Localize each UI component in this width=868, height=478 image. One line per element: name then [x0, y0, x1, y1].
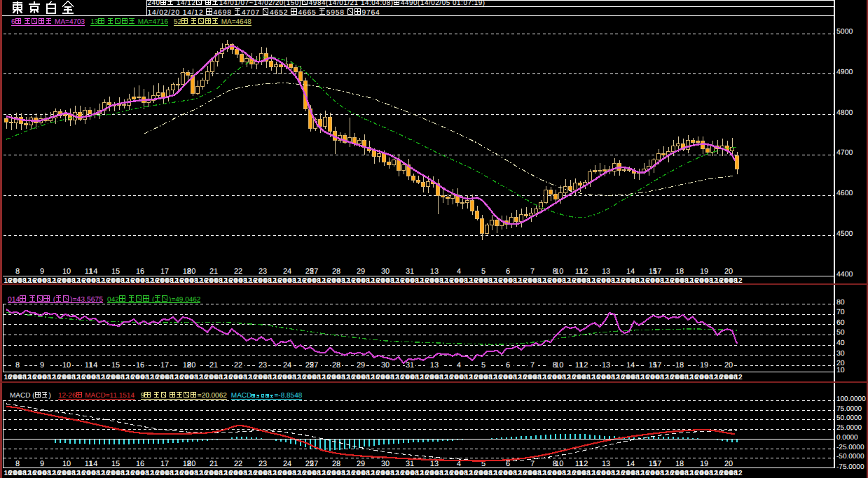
- svg-text:1620000812: 1620000812: [544, 277, 572, 285]
- svg-text:1620000812: 1620000812: [519, 277, 547, 285]
- svg-text:1620000812: 1620000812: [200, 277, 228, 285]
- svg-text:24: 24: [283, 361, 291, 370]
- svg-text:5958: 5958: [326, 9, 347, 17]
- svg-text:MA=4703: MA=4703: [53, 18, 85, 26]
- svg-text:=-8.8548: =-8.8548: [275, 392, 303, 400]
- svg-text:5: 5: [481, 267, 485, 276]
- svg-text:MACD: MACD: [231, 392, 252, 400]
- svg-text:1620000812: 1620000812: [102, 374, 130, 381]
- svg-text:1620000812: 1620000812: [642, 470, 670, 477]
- svg-text:24: 24: [283, 460, 291, 468]
- svg-text:75.0000: 75.0000: [836, 405, 862, 413]
- svg-text:)=49.0462: )=49.0462: [169, 296, 201, 304]
- svg-text:22: 22: [234, 267, 242, 276]
- svg-text:1620000812: 1620000812: [568, 277, 596, 285]
- svg-text:1620000812: 1620000812: [323, 470, 351, 477]
- svg-text:1620000812: 1620000812: [102, 470, 130, 477]
- svg-text:31: 31: [406, 361, 414, 370]
- svg-text:17: 17: [653, 460, 661, 468]
- svg-text:MACD=11.1514: MACD=11.1514: [83, 392, 135, 400]
- svg-text:4652: 4652: [270, 9, 291, 17]
- svg-text:13: 13: [602, 460, 610, 468]
- svg-text:1620000812: 1620000812: [4, 470, 32, 477]
- svg-text:8: 8: [15, 361, 20, 370]
- svg-text:1620000812: 1620000812: [372, 470, 400, 477]
- svg-text:20: 20: [187, 267, 195, 276]
- svg-text:1620000812: 1620000812: [102, 277, 130, 285]
- svg-text:1620000812: 1620000812: [470, 277, 498, 285]
- svg-text:1620000812: 1620000812: [53, 277, 81, 285]
- svg-text:1620000812: 1620000812: [715, 277, 743, 285]
- svg-text:24: 24: [283, 267, 291, 276]
- svg-text:28: 28: [332, 267, 340, 276]
- svg-text:1620000812: 1620000812: [593, 470, 621, 477]
- svg-text:18: 18: [675, 361, 684, 370]
- svg-text:70: 70: [836, 308, 845, 316]
- svg-text:1620000812: 1620000812: [691, 470, 719, 477]
- svg-text:18: 18: [675, 460, 684, 468]
- svg-text:1620000812: 1620000812: [642, 277, 670, 285]
- svg-text:MACD (: MACD (: [10, 392, 35, 400]
- svg-text:6: 6: [506, 361, 510, 370]
- svg-text:240: 240: [148, 0, 160, 7]
- svg-text:4665: 4665: [298, 9, 319, 17]
- svg-text:4600: 4600: [836, 189, 853, 197]
- svg-text:19: 19: [700, 460, 708, 468]
- svg-text:1620000812: 1620000812: [225, 470, 253, 477]
- svg-text:1620000812: 1620000812: [78, 374, 106, 381]
- svg-text:-75.0000: -75.0000: [836, 463, 864, 471]
- svg-text:10: 10: [836, 366, 845, 374]
- svg-text:23: 23: [259, 361, 267, 370]
- svg-text:MA=4716: MA=4716: [136, 18, 168, 26]
- svg-text:1620000812: 1620000812: [691, 374, 719, 381]
- svg-text:21: 21: [209, 361, 218, 370]
- svg-text:60: 60: [836, 318, 845, 327]
- svg-text:1620000812: 1620000812: [274, 470, 302, 477]
- svg-text:-50.0000: -50.0000: [836, 453, 864, 461]
- svg-text:4800: 4800: [836, 108, 853, 117]
- svg-text:1620000812: 1620000812: [274, 277, 302, 285]
- svg-text:100.0000: 100.0000: [836, 395, 866, 403]
- svg-text:1620000812: 1620000812: [666, 470, 694, 477]
- svg-text:4500: 4500: [836, 230, 853, 238]
- svg-text:1620000812: 1620000812: [568, 374, 596, 381]
- svg-text:1620000812: 1620000812: [495, 374, 523, 381]
- svg-text:14/12: 14/12: [174, 0, 196, 7]
- svg-text:1620000812: 1620000812: [568, 470, 596, 477]
- svg-text:1620000812: 1620000812: [151, 277, 179, 285]
- svg-text:1620000812: 1620000812: [29, 470, 57, 477]
- svg-text:9: 9: [141, 392, 145, 400]
- svg-text:1620000812: 1620000812: [617, 374, 645, 381]
- svg-text:4400: 4400: [836, 270, 853, 279]
- svg-text:042: 042: [107, 296, 119, 304]
- svg-text:9: 9: [40, 361, 44, 370]
- svg-text:1620000812: 1620000812: [421, 470, 449, 477]
- svg-text:1620000812: 1620000812: [127, 374, 155, 381]
- svg-text:1620000812: 1620000812: [495, 470, 523, 477]
- svg-text:1620000812: 1620000812: [53, 374, 81, 381]
- svg-text:15: 15: [111, 267, 120, 276]
- svg-text:10: 10: [62, 267, 71, 276]
- svg-text:28: 28: [332, 460, 340, 468]
- svg-text:4700: 4700: [836, 148, 853, 157]
- svg-text:1620000812: 1620000812: [544, 470, 572, 477]
- svg-text:(: (: [150, 296, 155, 304]
- svg-text:1620000812: 1620000812: [691, 277, 719, 285]
- svg-text:1620000812: 1620000812: [249, 374, 277, 381]
- svg-text:1620000812: 1620000812: [78, 470, 106, 477]
- svg-text:1620000812: 1620000812: [593, 374, 621, 381]
- svg-text:1620000812: 1620000812: [372, 374, 400, 381]
- svg-text:21: 21: [209, 460, 218, 468]
- svg-text:1620000812: 1620000812: [249, 470, 277, 477]
- svg-text:1: 1: [430, 361, 434, 370]
- svg-text:3: 3: [434, 460, 439, 468]
- svg-text:1620000812: 1620000812: [617, 277, 645, 285]
- svg-text:13: 13: [602, 361, 610, 370]
- svg-text:1620000812: 1620000812: [397, 374, 425, 381]
- svg-text:1620000812: 1620000812: [421, 374, 449, 381]
- svg-text:1620000812: 1620000812: [446, 374, 474, 381]
- svg-text:1620000812: 1620000812: [249, 277, 277, 285]
- svg-text:1620000812: 1620000812: [53, 470, 81, 477]
- svg-text:)=43.5675: )=43.5675: [70, 296, 103, 304]
- svg-text:1620000812: 1620000812: [298, 277, 326, 285]
